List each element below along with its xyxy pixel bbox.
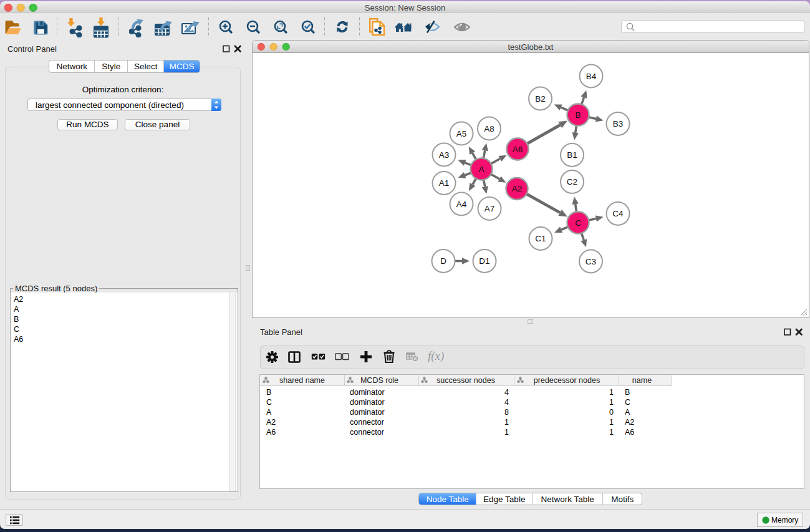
svg-text:A4: A4 [456, 200, 467, 209]
svg-text:B3: B3 [613, 119, 624, 128]
svg-text:A5: A5 [456, 129, 467, 138]
svg-text:A8: A8 [484, 124, 494, 133]
svg-text:D1: D1 [479, 256, 489, 266]
svg-text:A3: A3 [439, 150, 450, 160]
svg-text:C3: C3 [586, 257, 596, 266]
svg-text:C4: C4 [612, 209, 624, 218]
svg-text:A6: A6 [513, 145, 523, 154]
svg-text:C1: C1 [535, 234, 546, 243]
svg-text:B2: B2 [535, 94, 546, 104]
svg-text:B: B [575, 110, 581, 120]
svg-text:C2: C2 [567, 177, 577, 186]
svg-text:A: A [478, 165, 484, 174]
svg-text:A2: A2 [512, 184, 523, 193]
svg-text:B1: B1 [567, 150, 577, 160]
svg-text:A7: A7 [485, 204, 495, 213]
svg-text:B4: B4 [586, 72, 597, 81]
svg-text:A1: A1 [439, 178, 450, 188]
svg-text:C: C [575, 218, 581, 228]
svg-text:D: D [440, 256, 446, 266]
